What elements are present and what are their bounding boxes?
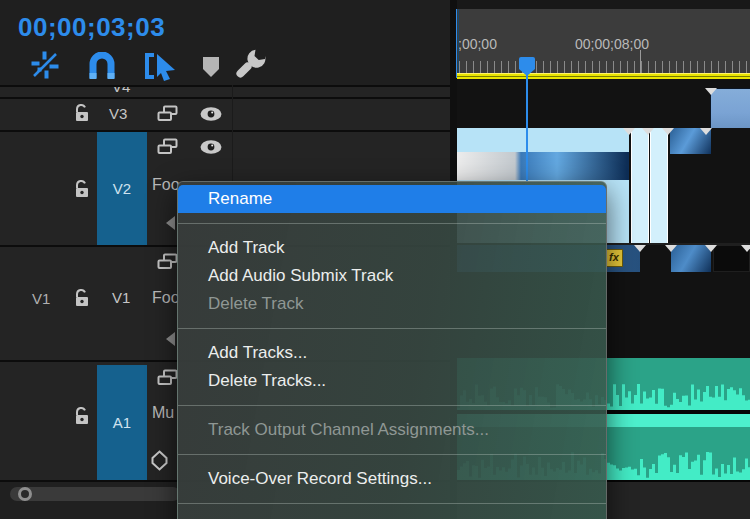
nest-insert-icon[interactable] [30, 50, 60, 80]
snap-magnet-icon[interactable] [88, 52, 116, 80]
clip-edge-notch [642, 128, 654, 135]
track-header-v4[interactable]: V4 [0, 85, 450, 97]
clip-edge-notch [662, 128, 674, 135]
track-lock-icon[interactable] [74, 103, 90, 124]
video-clip[interactable] [650, 128, 668, 243]
menu-separator [178, 328, 606, 329]
menu-item-voice-over-record-settings[interactable]: Voice-Over Record Settings... [178, 465, 606, 493]
ruler-label-start: ;00;00 [458, 36, 497, 52]
menu-separator [178, 223, 606, 224]
menu-item-add-track[interactable]: Add Track [178, 234, 606, 262]
video-clip[interactable] [631, 128, 649, 243]
clip-edge-notch [700, 128, 712, 135]
source-patch-v1[interactable]: V1 [32, 290, 50, 307]
sequence-start-line-shadow [458, 9, 459, 78]
menu-item-delete-tracks[interactable]: Delete Tracks... [178, 367, 606, 395]
track-target-a1[interactable]: A1 [97, 365, 147, 480]
track-label[interactable]: V3 [109, 105, 127, 122]
track-context-menu: Rename Add Track Add Audio Submix Track … [177, 181, 607, 519]
zoom-scrollbar-handle[interactable] [18, 487, 32, 501]
timeline-settings-wrench-icon[interactable] [234, 47, 268, 81]
track-v3-content [457, 79, 750, 128]
clip-edge-notch [623, 128, 635, 135]
menu-separator [178, 454, 606, 455]
clip-thumbnail-strip [457, 152, 629, 180]
track-name[interactable]: Foo [152, 289, 180, 307]
playhead-timecode[interactable]: 00;00;03;03 [18, 12, 165, 43]
ruler-label-mid: 00;00;08;00 [575, 36, 649, 52]
sync-lock-icon[interactable] [157, 105, 178, 122]
fx-badge: fx [605, 249, 623, 267]
sequence-start-line [456, 9, 457, 78]
playhead-line [526, 75, 528, 181]
clip-edge-notch [741, 245, 750, 252]
menu-item-add-tracks[interactable]: Add Tracks... [178, 339, 606, 367]
track-lock-icon[interactable] [74, 406, 90, 427]
track-lock-icon[interactable] [74, 288, 90, 309]
sync-lock-icon[interactable] [157, 253, 178, 270]
sync-lock-icon[interactable] [157, 138, 178, 155]
track-header-v3[interactable]: V3 [0, 97, 450, 130]
clip-edge-notch [665, 245, 677, 252]
linked-selection-icon[interactable] [142, 50, 176, 82]
clip-edge-notch [705, 245, 717, 252]
zoom-scrollbar[interactable] [10, 487, 180, 501]
ruler-major-tick [640, 50, 641, 73]
track-lock-icon[interactable] [74, 179, 90, 200]
menu-item-delete-track: Delete Track [178, 290, 606, 318]
track-target-v2[interactable]: V2 [97, 132, 147, 245]
clip-edge-notch [705, 88, 717, 95]
track-label[interactable]: V1 [112, 289, 130, 306]
menu-separator [178, 405, 606, 406]
track-output-eye-icon[interactable] [199, 106, 223, 122]
ruler-ticks [459, 61, 748, 73]
menu-item-add-audio-submix-track[interactable]: Add Audio Submix Track [178, 262, 606, 290]
track-output-eye-icon[interactable] [199, 139, 223, 155]
premiere-timeline-panel: 00;00;03;03 V4 [0, 0, 750, 519]
add-marker-icon[interactable] [201, 55, 221, 79]
clip-edge-notch [634, 245, 646, 252]
keyframe-diamond-icon[interactable] [151, 450, 168, 471]
menu-item-customize[interactable]: Customize... [178, 514, 606, 519]
menu-item-track-output-channel-assignments: Track Output Channel Assignments... [178, 416, 606, 444]
playhead-head[interactable] [517, 56, 537, 77]
sync-lock-icon[interactable] [157, 369, 178, 386]
menu-item-rename[interactable]: Rename [178, 185, 606, 213]
track-name[interactable]: Foo [152, 176, 180, 194]
menu-separator [178, 503, 606, 504]
track-collapse-arrow-icon[interactable] [166, 332, 175, 346]
track-name[interactable]: Mu [152, 404, 174, 422]
track-label: V4 [112, 85, 130, 95]
track-collapse-arrow-icon[interactable] [166, 216, 175, 230]
